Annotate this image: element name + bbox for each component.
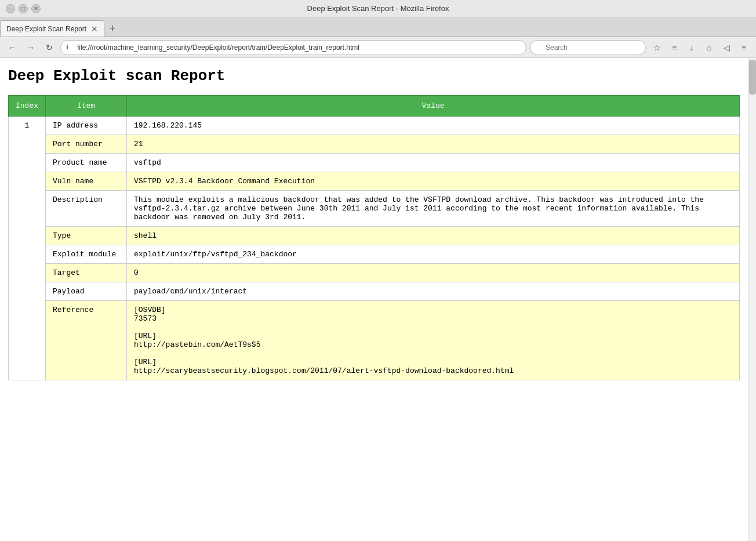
value-cell: This module exploits a malicious backdoo… xyxy=(127,191,740,227)
item-cell: Target xyxy=(46,264,127,282)
toolbar-icons: ☆ ≡ ↓ ⌂ ◁ ≡ xyxy=(649,40,751,55)
search-wrapper[interactable]: 🔍 xyxy=(530,40,646,55)
back-button[interactable]: ← xyxy=(5,40,20,55)
menu-icon[interactable]: ≡ xyxy=(736,40,751,55)
header-item: Item xyxy=(46,96,127,117)
item-cell: Vuln name xyxy=(46,172,127,191)
title-bar: — □ ✕ Deep Exploit Scan Report - Mozilla… xyxy=(0,0,756,17)
value-cell: exploit/unix/ftp/vsftpd_234_backdoor xyxy=(127,245,740,264)
item-cell: Payload xyxy=(46,282,127,301)
page-title: Deep Exploit scan Report xyxy=(8,67,740,85)
value-cell: vsftpd xyxy=(127,154,740,172)
url-input[interactable] xyxy=(60,40,526,55)
scrollbar-track[interactable] xyxy=(748,58,756,541)
value-cell: VSFTPD v2.3.4 Backdoor Command Execution xyxy=(127,172,740,191)
search-input[interactable] xyxy=(530,40,646,55)
table-row: Exploit moduleexploit/unix/ftp/vsftpd_23… xyxy=(9,245,740,264)
minimize-button[interactable]: — xyxy=(6,4,15,13)
value-cell: 0 xyxy=(127,264,740,282)
home-icon[interactable]: ⌂ xyxy=(702,40,717,55)
forward-button[interactable]: → xyxy=(23,40,38,55)
active-tab[interactable]: Deep Exploit Scan Report ✕ xyxy=(0,20,104,37)
new-tab-button[interactable]: + xyxy=(104,20,121,37)
tab-close-button[interactable]: ✕ xyxy=(91,25,98,33)
value-cell: shell xyxy=(127,227,740,245)
table-row: Typeshell xyxy=(9,227,740,245)
item-cell: Description xyxy=(46,191,127,227)
url-bar-wrapper[interactable]: ℹ xyxy=(60,40,526,55)
close-button[interactable]: ✕ xyxy=(31,4,41,13)
download-icon[interactable]: ↓ xyxy=(684,40,699,55)
value-cell: [OSVDB] 73573 [URL] http://pastebin.com/… xyxy=(127,301,740,380)
item-cell: IP address xyxy=(46,117,127,135)
item-cell: Reference xyxy=(46,301,127,380)
header-index: Index xyxy=(9,96,46,117)
item-cell: Exploit module xyxy=(46,245,127,264)
table-row: Port number21 xyxy=(9,135,740,154)
table-row: 1IP address192.168.220.145 xyxy=(9,117,740,135)
table-row: Product namevsftpd xyxy=(9,154,740,172)
tab-bar: Deep Exploit Scan Report ✕ + xyxy=(0,17,756,37)
browser-body: Deep Exploit scan Report Index Item Valu… xyxy=(0,58,756,541)
scrollbar-thumb[interactable] xyxy=(749,60,756,95)
table-row: Target0 xyxy=(9,264,740,282)
value-cell: payload/cmd/unix/interact xyxy=(127,282,740,301)
value-cell: 21 xyxy=(127,135,740,154)
bookmark-icon[interactable]: ☆ xyxy=(649,40,664,55)
header-value: Value xyxy=(127,96,740,117)
address-bar: ← → ↻ ℹ 🔍 ☆ ≡ ↓ ⌂ ◁ ≡ xyxy=(0,37,756,58)
index-cell: 1 xyxy=(9,117,46,380)
pocket-icon[interactable]: ◁ xyxy=(719,40,734,55)
reload-button[interactable]: ↻ xyxy=(42,40,57,55)
table-row: DescriptionThis module exploits a malici… xyxy=(9,191,740,227)
reader-view-icon[interactable]: ≡ xyxy=(667,40,682,55)
table-row: Payloadpayload/cmd/unix/interact xyxy=(9,282,740,301)
value-cell: 192.168.220.145 xyxy=(127,117,740,135)
item-cell: Port number xyxy=(46,135,127,154)
window-controls[interactable]: — □ ✕ xyxy=(6,4,41,13)
tab-label: Deep Exploit Scan Report xyxy=(6,25,86,33)
table-row: Reference[OSVDB] 73573 [URL] http://past… xyxy=(9,301,740,380)
item-cell: Product name xyxy=(46,154,127,172)
item-cell: Type xyxy=(46,227,127,245)
report-table: Index Item Value 1IP address192.168.220.… xyxy=(8,95,740,380)
window-title: Deep Exploit Scan Report - Mozilla Firef… xyxy=(41,4,715,13)
maximize-button[interactable]: □ xyxy=(19,4,28,13)
table-row: Vuln nameVSFTPD v2.3.4 Backdoor Command … xyxy=(9,172,740,191)
page-content: Deep Exploit scan Report Index Item Valu… xyxy=(0,58,748,541)
